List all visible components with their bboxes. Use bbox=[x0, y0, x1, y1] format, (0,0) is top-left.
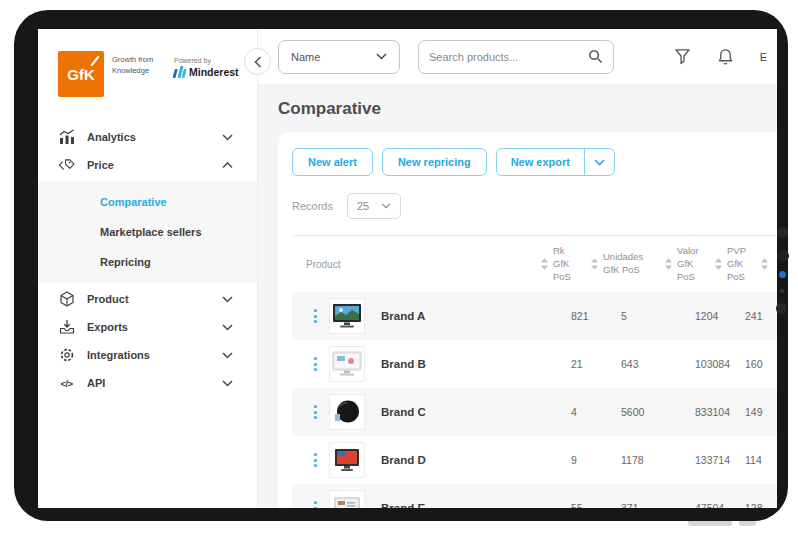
product-thumbnail bbox=[329, 394, 365, 430]
table-row[interactable]: Brand D 9 1178 133714 114 bbox=[292, 436, 777, 484]
unidades-value: 643 bbox=[607, 358, 681, 370]
gfk-tagline: Growth from Knowledge bbox=[112, 54, 162, 77]
monitor-image bbox=[332, 351, 362, 378]
topbar-icons: E bbox=[674, 48, 769, 66]
row-menu-icon[interactable] bbox=[314, 405, 317, 419]
price-tags-icon bbox=[58, 157, 75, 174]
table-row[interactable]: Brand A 821 5 1204 241 bbox=[292, 292, 777, 340]
pvp-value: 114 bbox=[731, 454, 777, 466]
sidebar-item-api[interactable]: </> API bbox=[38, 369, 257, 397]
product-thumbnail bbox=[329, 490, 365, 508]
chevron-down-icon bbox=[222, 352, 233, 359]
gear-icon bbox=[58, 347, 75, 364]
powered-by-block: Powered by Minderest bbox=[174, 57, 239, 78]
new-export-button[interactable]: New export bbox=[497, 149, 584, 175]
row-menu-icon[interactable] bbox=[314, 453, 317, 467]
records-label: Records bbox=[292, 200, 333, 212]
bezel-dot bbox=[780, 289, 784, 293]
bezel-dot bbox=[776, 303, 787, 314]
sort-icon bbox=[761, 258, 768, 270]
records-per-page-select[interactable]: 25 bbox=[347, 193, 401, 219]
chevron-down-icon bbox=[376, 53, 387, 60]
table-row[interactable]: Brand B 21 643 103084 160 bbox=[292, 340, 777, 388]
bezel-dot-blue bbox=[779, 271, 786, 278]
chevron-down-icon bbox=[222, 324, 233, 331]
sidebar-item-label: Analytics bbox=[87, 131, 136, 143]
column-header-unidades[interactable]: Unidades GfK PoS bbox=[591, 251, 665, 277]
rk-value: 55 bbox=[557, 502, 607, 508]
price-submenu: Comparative Marketplace sellers Repricin… bbox=[38, 181, 257, 283]
sidebar-item-exports[interactable]: Exports bbox=[38, 313, 257, 341]
valor-value: 133714 bbox=[681, 454, 731, 466]
row-menu-icon[interactable] bbox=[314, 501, 317, 508]
column-header-valor[interactable]: Valor GfK PoS bbox=[665, 245, 715, 283]
row-menu-icon[interactable] bbox=[314, 309, 317, 323]
search-field-select[interactable]: Name bbox=[278, 40, 400, 74]
sidebar-item-analytics[interactable]: Analytics bbox=[38, 123, 257, 151]
product-name: Brand E bbox=[381, 502, 425, 508]
table-row[interactable]: Brand C 4 5600 833104 149 bbox=[292, 388, 777, 436]
bezel-dot bbox=[777, 250, 789, 262]
chevron-down-icon bbox=[222, 380, 233, 387]
rk-value: 821 bbox=[557, 310, 607, 322]
sidebar-item-price[interactable]: Price bbox=[38, 151, 257, 179]
sidebar-item-repricing[interactable]: Repricing bbox=[38, 247, 257, 277]
product-thumbnail bbox=[329, 298, 365, 334]
notifications-bell-icon[interactable] bbox=[717, 48, 734, 66]
search-input[interactable] bbox=[429, 51, 580, 63]
rk-value: 9 bbox=[557, 454, 607, 466]
search-icon[interactable] bbox=[588, 49, 603, 64]
new-repricing-button[interactable]: New repricing bbox=[382, 148, 487, 176]
minderest-logo: Minderest bbox=[174, 66, 239, 78]
unidades-value: 1178 bbox=[607, 454, 681, 466]
gfk-logo: GfK bbox=[58, 51, 104, 97]
main-area: Name E Comparative New alert bbox=[258, 29, 777, 508]
valor-value: 1204 bbox=[681, 310, 731, 322]
rk-value: 4 bbox=[557, 406, 607, 418]
sidebar-item-label: Product bbox=[87, 293, 129, 305]
column-header-rk[interactable]: Rk GfK PoS bbox=[541, 245, 591, 283]
page-title: Comparative bbox=[278, 99, 777, 119]
minderest-name: Minderest bbox=[189, 66, 239, 78]
row-menu-icon[interactable] bbox=[314, 357, 317, 371]
sort-icon bbox=[591, 258, 598, 270]
sidebar-item-label: Price bbox=[87, 159, 114, 171]
product-name: Brand A bbox=[381, 310, 425, 322]
sidebar-item-marketplace-sellers[interactable]: Marketplace sellers bbox=[38, 217, 257, 247]
monitor-image bbox=[332, 447, 362, 474]
filter-icon[interactable] bbox=[674, 48, 691, 65]
valor-value: 103084 bbox=[681, 358, 731, 370]
table-row[interactable]: Brand E 55 371 47504 128 bbox=[292, 484, 777, 508]
unidades-value: 5600 bbox=[607, 406, 681, 418]
product-name: Brand C bbox=[381, 406, 426, 418]
analytics-icon bbox=[58, 129, 75, 146]
pvp-value: 160 bbox=[731, 358, 777, 370]
column-header-product[interactable]: Product bbox=[292, 259, 541, 270]
user-menu-partial[interactable]: E bbox=[760, 51, 767, 63]
search-field-value: Name bbox=[291, 51, 320, 63]
sidebar-item-comparative[interactable]: Comparative bbox=[38, 187, 257, 217]
new-alert-button[interactable]: New alert bbox=[292, 148, 373, 176]
sidebar-item-product[interactable]: Product bbox=[38, 285, 257, 313]
sidebar: GfK Growth from Knowledge Powered by Min… bbox=[38, 29, 258, 508]
sidebar-item-integrations[interactable]: Integrations bbox=[38, 341, 257, 369]
actions-row: New alert New repricing New export bbox=[292, 148, 777, 176]
search-box bbox=[418, 40, 614, 74]
topbar: Name E bbox=[258, 29, 777, 85]
chevron-left-icon bbox=[254, 56, 262, 68]
sidebar-collapse-button[interactable] bbox=[244, 48, 271, 75]
sidebar-item-label: Integrations bbox=[87, 349, 150, 361]
chevron-up-icon bbox=[222, 162, 233, 169]
rk-value: 21 bbox=[557, 358, 607, 370]
table-header: Product Rk GfK PoS Unidades GfK PoS Valo… bbox=[292, 235, 777, 292]
new-export-dropdown-toggle[interactable] bbox=[584, 149, 614, 175]
content-area: Comparative New alert New repricing New … bbox=[258, 85, 777, 508]
column-header-pvp[interactable]: PVP GfK PoS bbox=[715, 245, 761, 283]
powered-by-label: Powered by bbox=[174, 57, 239, 64]
product-name: Brand D bbox=[381, 454, 426, 466]
records-value: 25 bbox=[357, 200, 369, 212]
bezel-dot bbox=[777, 227, 788, 238]
exports-download-icon bbox=[58, 319, 75, 336]
product-name: Brand B bbox=[381, 358, 426, 370]
sidebar-nav: Analytics Price Comparative Marketplace … bbox=[38, 123, 257, 397]
